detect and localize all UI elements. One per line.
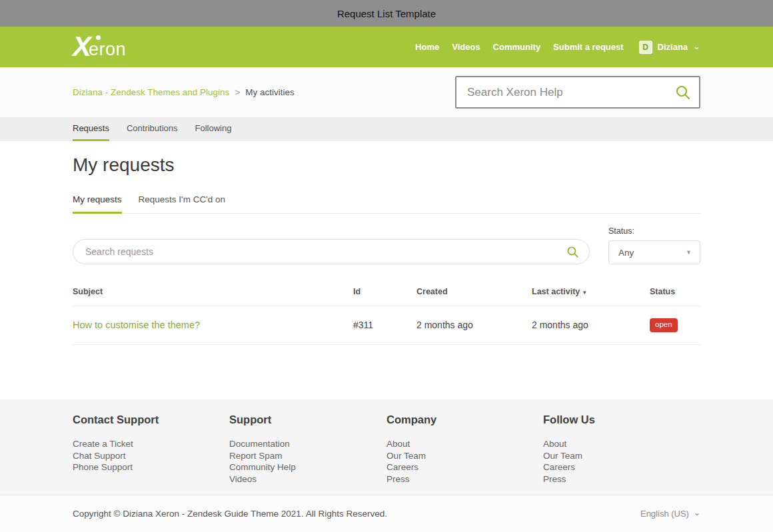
breadcrumb-root-link[interactable]: Diziana - Zendesk Themes and Plugins [73,87,229,97]
footer-heading: Follow Us [543,413,700,426]
help-search-input[interactable] [455,76,700,109]
main-content: My requests My requests Requests I'm CC'… [0,141,773,399]
request-search [73,239,590,264]
user-menu[interactable]: D Diziana ⌄ [639,41,700,54]
footer-link-about[interactable]: About [386,438,543,450]
tab-contributions[interactable]: Contributions [127,117,178,141]
request-last-activity: 2 months ago [532,320,650,330]
logo-text: eron [89,41,126,58]
status-badge: open [650,318,678,332]
window-title: Request List Template [337,8,436,19]
user-name: Diziana [658,42,688,52]
tab-following[interactable]: Following [195,117,232,141]
language-selector[interactable]: English (US) ⌄ [640,509,700,519]
footer-heading: Company [386,413,543,426]
footer-link-documentation[interactable]: Documentation [229,438,386,450]
language-label: English (US) [640,509,689,519]
nav-item-community[interactable]: Community [493,42,541,52]
status-filter-value: Any [618,248,634,258]
footer-link-chat-support[interactable]: Chat Support [73,450,229,462]
breadcrumb: Diziana - Zendesk Themes and Plugins > M… [73,87,295,97]
request-id: #311 [353,320,416,330]
chevron-down-icon: ⌄ [693,42,700,51]
col-header-last-activity[interactable]: Last activity▼ [532,287,650,296]
col-header-created: Created [416,287,532,296]
xeron-logo[interactable]: X eron [73,36,126,58]
request-search-input[interactable] [73,239,590,264]
window-titlebar: Request List Template [0,0,773,27]
request-created: 2 months ago [416,320,532,330]
nav-item-videos[interactable]: Videos [452,42,480,52]
footer-link-our-team[interactable]: Our Team [543,450,700,462]
footer-col-contact-support: Contact Support Create a Ticket Chat Sup… [73,413,229,485]
nav-item-home[interactable]: Home [415,42,439,52]
status-filter: Status: Any ▼ [608,226,700,264]
footer-col-support: Support Documentation Report Spam Commun… [229,413,386,485]
tab-requests[interactable]: Requests [73,117,109,141]
activity-tabbar: Requests Contributions Following [0,117,773,141]
footer-link-community-help[interactable]: Community Help [229,461,386,473]
footer-link-careers[interactable]: Careers [386,461,543,473]
col-header-status: Status [650,287,700,296]
breadcrumb-section: Diziana - Zendesk Themes and Plugins > M… [0,67,773,117]
footer-heading: Contact Support [73,413,229,426]
breadcrumb-current: My activities [245,87,295,97]
request-subject-link[interactable]: How to customise the theme? [73,320,200,330]
status-filter-label: Status: [608,226,700,236]
footer-link-careers[interactable]: Careers [543,461,700,473]
subtab-my-requests[interactable]: My requests [73,194,122,214]
footer-link-videos[interactable]: Videos [229,473,386,485]
search-icon[interactable] [675,85,691,103]
footer-link-press[interactable]: Press [543,473,700,485]
request-subtabs: My requests Requests I'm CC'd on [73,194,700,214]
footer-link-phone-support[interactable]: Phone Support [73,461,229,473]
table-row: How to customise the theme? #311 2 month… [73,306,700,345]
chevron-down-icon: ⌄ [694,508,700,517]
sort-desc-icon: ▼ [582,290,587,296]
table-header-row: Subject Id Created Last activity▼ Status [73,283,700,306]
user-avatar: D [639,41,652,54]
col-header-last-activity-label: Last activity [532,287,580,296]
search-icon[interactable] [566,246,579,261]
footer-link-create-ticket[interactable]: Create a Ticket [73,438,229,450]
help-search [455,76,700,109]
footer-heading: Support [229,413,386,426]
status-filter-select[interactable]: Any ▼ [608,240,700,264]
subtab-requests-ccd[interactable]: Requests I'm CC'd on [139,194,225,214]
breadcrumb-separator: > [235,87,240,97]
copyright-text: Copyright © Diziana Xeron - Zendesk Guid… [73,509,387,519]
footer-link-press[interactable]: Press [386,473,543,485]
footer: Contact Support Create a Ticket Chat Sup… [0,399,773,495]
header-nav: Home Videos Community Submit a request D… [415,41,700,54]
footer-col-company: Company About Our Team Careers Press [386,413,543,485]
footer-link-report-spam[interactable]: Report Spam [229,450,386,462]
col-header-id: Id [353,287,416,296]
page-title: My requests [73,141,700,176]
footer-link-our-team[interactable]: Our Team [386,450,543,462]
footer-col-follow-us: Follow Us About Our Team Careers Press [543,413,700,485]
requests-table: Subject Id Created Last activity▼ Status… [73,283,700,345]
filters-row: Status: Any ▼ [73,226,700,264]
col-header-subject: Subject [73,287,353,296]
footer-link-about[interactable]: About [543,438,700,450]
caret-down-icon: ▼ [686,249,692,256]
nav-item-submit-request[interactable]: Submit a request [553,42,623,52]
site-header: X eron Home Videos Community Submit a re… [0,27,773,67]
copyright-bar: Copyright © Diziana Xeron - Zendesk Guid… [0,495,773,532]
